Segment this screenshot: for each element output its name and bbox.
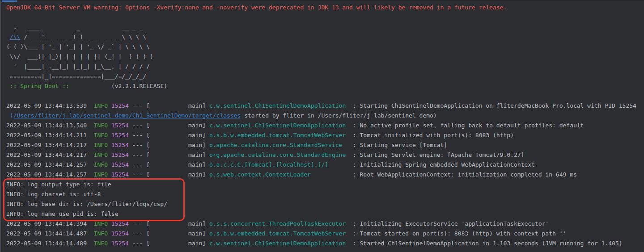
log-segment: OpenJDK 64-Bit Server VM warning: Option…	[6, 4, 507, 11]
log-line: 2022-05-09 13:44:14.217 INFO 15254 --- […	[6, 150, 644, 160]
file-link[interactable]: /Users/fliter/j-lab/sentinel-demo/Ch1_Se…	[13, 112, 241, 119]
log-line: 2022-05-09 13:44:14.257 INFO 15254 --- […	[6, 160, 644, 170]
log-segment: 15254	[111, 220, 129, 227]
log-segment: 15254	[111, 161, 129, 168]
banner-line: ( ( )\___ | '_ | '_| | '_ \/ _` | \ \ \ …	[6, 42, 644, 52]
log-segment: INFO	[94, 171, 108, 178]
banner-line: ' |____| .__|_| |_|_| |_\__, | / / / /	[6, 62, 644, 71]
log-segment: 2022-05-09 13:44:13.539	[6, 102, 94, 109]
terminal-console-panel: OpenJDK 64-Bit Server VM warning: Option…	[0, 0, 644, 252]
log-segment: c.w.sentinel.Ch1SentinelDemoApplication	[209, 240, 346, 247]
log-segment: --- [ main]	[129, 240, 209, 247]
log-segment: INFO: log name use pid is: false	[6, 210, 118, 217]
log-segment: 15254	[111, 230, 129, 237]
log-segment	[108, 161, 111, 168]
log-segment: : Tomcat initialized with port(s): 8083 …	[346, 132, 514, 139]
log-segment: 15254	[111, 151, 129, 158]
log-segment: \\/ ___)| |_)| | | | | || (_| | ) ) ) )	[6, 53, 153, 60]
log-segment: 15254	[111, 122, 129, 129]
banner-spring-boot-line: :: Spring Boot :: (v2.2.1.RELEASE)	[6, 81, 644, 91]
log-segment: : Starting service [Tomcat]	[342, 142, 447, 148]
log-segment	[108, 171, 111, 178]
banner-line: \\/ ___)| |_)| | | | | || (_| | ) ) ) )	[6, 52, 644, 62]
log-segment: : Started Ch1SentinelDemoApplication in …	[346, 240, 622, 247]
log-segment: c.w.sentinel.Ch1SentinelDemoApplication	[209, 102, 346, 109]
log-segment	[6, 112, 10, 119]
log-line: 2022-05-09 13:44:14.489 INFO 15254 --- […	[6, 239, 644, 248]
log-segment: ( ( )\___ | '_ | '_| | '_ \/ _` | \ \ \ …	[6, 43, 150, 50]
log-segment	[108, 151, 111, 158]
log-segment: o.a.c.c.C.[Tomcat].[localhost].[/]	[209, 161, 328, 168]
banner-line: =========|_|==============|___/=/_/_/_/	[6, 71, 644, 81]
log-segment: : Tomcat started on port(s): 8083 (http)…	[346, 230, 566, 237]
log-segment: : Root WebApplicationContext: initializa…	[311, 171, 577, 178]
log-segment: 2022-05-09 13:44:14.211	[6, 132, 94, 139]
log-segment: INFO	[94, 132, 108, 139]
log-segment: INFO	[94, 161, 108, 168]
log-segment: INFO	[94, 142, 108, 148]
log-segment: org.apache.catalina.core.StandardEngine	[209, 151, 346, 158]
log-segment: 2022-05-09 13:44:14.217	[6, 151, 94, 158]
log-segment: --- [ main]	[129, 102, 209, 109]
log-segment	[108, 220, 111, 227]
log-segment: ' |____| .__|_| |_|_| |_\__, | / / / /	[6, 63, 150, 70]
log-segment: --- [ main]	[129, 220, 209, 227]
log-segment: INFO: log charset is: utf-8	[6, 191, 101, 197]
log-segment: 15254	[111, 102, 129, 109]
log-segment: --- [ main]	[129, 122, 209, 129]
log-segment	[108, 132, 111, 139]
log-segment: --- [ main]	[129, 132, 209, 139]
log-segment: INFO	[94, 230, 108, 237]
banner-line: . ____ _ __ _ _	[6, 22, 644, 32]
log-segment: : Initializing Spring embedded WebApplic…	[328, 161, 535, 168]
log-segment: INFO: log output type is: file	[6, 181, 111, 188]
log-segment: : Starting Ch1SentinelDemoApplication on…	[346, 102, 636, 109]
log-segment: 15254	[111, 132, 129, 139]
log-segment: . ____ _ __ _ _	[6, 24, 143, 30]
log-segment: 2022-05-09 13:44:14.257	[6, 171, 94, 178]
log-segment	[108, 240, 111, 247]
log-segment: 2022-05-09 13:44:13.540	[6, 122, 94, 129]
log-segment: --- [ main]	[129, 171, 209, 178]
log-segment: INFO	[94, 240, 108, 247]
horizontal-scrollbar-thumb[interactable]	[2, 0, 17, 2]
log-segment: --- [ main]	[129, 151, 209, 158]
log-segment: --- [ main]	[129, 161, 209, 168]
log-segment: 2022-05-09 13:44:14.489	[6, 240, 94, 247]
log-segment: INFO: log base dir is: /Users/fliter/log…	[6, 201, 167, 207]
log-segment	[108, 122, 111, 129]
log-segment: 15254	[111, 240, 129, 247]
log-segment: INFO	[94, 102, 108, 109]
sentinel-info-line: INFO: log charset is: utf-8	[6, 189, 644, 199]
sentinel-info-line: INFO: log base dir is: /Users/fliter/log…	[6, 199, 644, 209]
log-segment: o.s.b.w.embedded.tomcat.TomcatWebServer	[209, 230, 346, 237]
log-segment: o.apache.catalina.core.StandardService	[209, 142, 342, 148]
console-output[interactable]: OpenJDK 64-Bit Server VM warning: Option…	[1, 0, 644, 248]
sentinel-info-line: INFO: log name use pid is: false	[6, 209, 644, 219]
log-line: 2022-05-09 13:44:14.394 INFO 15254 --- […	[6, 219, 644, 229]
log-segment: INFO	[94, 220, 108, 227]
log-segment: : Initializing ExecutorService 'applicat…	[346, 220, 549, 227]
log-segment: --- [ main]	[129, 142, 209, 148]
log-segment: / ___'_ __ _ _(_)_ __ __ _ \ \ \ \	[20, 34, 146, 40]
log-segment: o.s.web.context.ContextLoader	[209, 171, 311, 178]
log-segment: 2022-05-09 13:44:14.487	[6, 230, 94, 237]
log-continuation-line: (/Users/fliter/j-lab/sentinel-demo/Ch1_S…	[6, 111, 644, 121]
blank-line	[6, 13, 644, 22]
log-segment: (	[10, 112, 13, 119]
stderr-warning-line: OpenJDK 64-Bit Server VM warning: Option…	[6, 3, 644, 13]
log-segment: started by fliter in /Users/fliter/j-lab…	[241, 112, 436, 119]
log-segment: INFO	[94, 122, 108, 129]
sentinel-info-line: INFO: log output type is: file	[6, 180, 644, 189]
log-segment: 2022-05-09 13:44:14.217	[6, 142, 94, 148]
log-segment	[6, 34, 10, 40]
banner-line: /\\ / ___'_ __ _ _(_)_ __ __ _ \ \ \ \	[6, 32, 644, 42]
log-line: 2022-05-09 13:44:14.257 INFO 15254 --- […	[6, 170, 644, 180]
log-segment: (v2.2.1.RELEASE)	[69, 83, 167, 89]
log-segment: :: Spring Boot ::	[6, 83, 69, 89]
file-link[interactable]: /\\	[10, 34, 20, 40]
log-segment: =========|_|==============|___/=/_/_/_/	[6, 73, 146, 80]
log-segment	[108, 102, 111, 109]
log-segment: o.s.s.concurrent.ThreadPoolTaskExecutor	[209, 220, 346, 227]
log-segment	[108, 230, 111, 237]
